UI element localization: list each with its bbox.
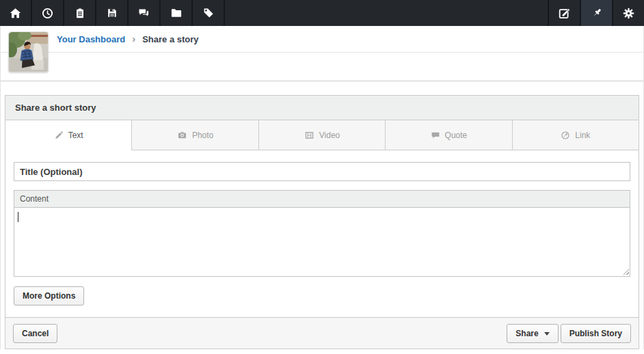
panel-title: Share a short story — [5, 96, 639, 120]
film-icon — [304, 131, 314, 140]
breadcrumb-dashboard-link[interactable]: Your Dashboard — [57, 34, 125, 44]
header-spacer-row — [1, 53, 643, 81]
share-story-panel: Share a short story Text Photo Video Quo… — [5, 95, 639, 349]
compose-icon[interactable] — [548, 0, 580, 26]
content-textarea[interactable] — [14, 207, 630, 277]
link-globe-icon — [561, 131, 570, 140]
caret-down-icon — [544, 332, 550, 336]
history-clock-icon[interactable] — [32, 0, 64, 26]
content-label: Content — [14, 190, 630, 207]
tab-quote[interactable]: Quote — [385, 120, 511, 150]
tab-link-label: Link — [575, 131, 590, 140]
tab-video-label: Video — [319, 131, 340, 140]
camera-icon — [177, 131, 187, 140]
share-label: Share — [515, 329, 538, 338]
text-caret — [18, 212, 18, 222]
cancel-button[interactable]: Cancel — [13, 324, 57, 343]
panel-footer: Cancel Share Publish Story — [5, 317, 639, 349]
navbar-right-group — [548, 0, 644, 26]
tab-text-label: Text — [68, 131, 83, 140]
tab-photo-label: Photo — [192, 131, 213, 140]
tab-photo[interactable]: Photo — [131, 120, 258, 150]
avatar — [8, 31, 49, 72]
settings-gear-icon[interactable] — [612, 0, 644, 26]
content-gap — [1, 81, 643, 95]
content-field: Content — [14, 190, 630, 277]
tab-text[interactable]: Text — [5, 120, 131, 150]
page-content: Your Dashboard › Share a story Share a s… — [0, 26, 644, 349]
breadcrumb: Your Dashboard › Share a story — [1, 26, 643, 53]
tab-quote-label: Quote — [445, 131, 468, 140]
folder-icon[interactable] — [161, 0, 193, 26]
share-dropdown-button[interactable]: Share — [507, 324, 558, 343]
save-floppy-icon[interactable] — [96, 0, 129, 26]
footer-actions: Share Publish Story — [507, 324, 631, 343]
breadcrumb-current: Share a story — [142, 34, 198, 44]
post-type-tabs: Text Photo Video Quote Link — [5, 120, 639, 150]
pencil-icon — [54, 131, 64, 140]
tab-video[interactable]: Video — [258, 120, 385, 150]
chevron-right-icon: › — [132, 33, 135, 44]
title-input[interactable] — [14, 162, 630, 181]
panel-body: Content More Options — [5, 150, 639, 317]
comments-icon[interactable] — [129, 0, 161, 26]
publish-story-button[interactable]: Publish Story — [561, 324, 631, 343]
more-options-button[interactable]: More Options — [14, 286, 84, 305]
tag-icon[interactable] — [193, 0, 225, 26]
quote-bubble-icon — [431, 131, 440, 140]
navbar-left-group — [0, 0, 225, 26]
tab-link[interactable]: Link — [512, 120, 639, 150]
pin-icon[interactable] — [580, 0, 612, 26]
top-navbar — [0, 0, 644, 26]
clipboard-icon[interactable] — [64, 0, 96, 26]
home-icon[interactable] — [0, 0, 32, 26]
